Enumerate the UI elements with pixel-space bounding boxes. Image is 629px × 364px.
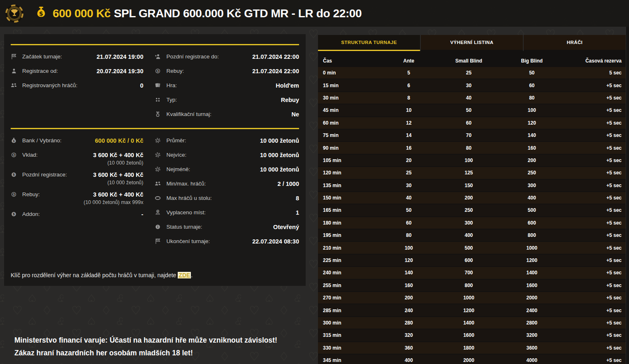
info-circle-icon: [155, 224, 163, 230]
cell-cas: 105 min: [318, 158, 380, 163]
table-row: 345 min40020004000+5 sec: [318, 355, 626, 364]
cell-sb: 1200: [438, 308, 500, 313]
info-item: Typ:Rebuy: [155, 93, 299, 107]
cell-cas: 75 min: [318, 132, 380, 138]
info-item: $Bank / Vybráno:600 000 Kč / 0 Kč: [11, 133, 143, 148]
info-value: 8: [296, 195, 299, 202]
cell-cas: 285 min: [318, 308, 380, 313]
info-value: 3 600 Kč + 400 Kč: [93, 152, 143, 158]
cell-ante: 10: [380, 107, 438, 113]
svg-text:$: $: [13, 173, 15, 176]
section-divider: [11, 44, 299, 45]
info-value: Ne: [291, 111, 299, 118]
cell-cas: 180 min: [318, 220, 380, 226]
cell-rez: +5 sec: [564, 120, 626, 126]
info-item: Pozdní registrace do:21.07.2024 22:00: [155, 49, 299, 64]
info-item: Registrovaných hráčů:0: [11, 78, 143, 93]
table-row: 45 min1050100+5 sec: [318, 104, 626, 117]
cell-bb: 60: [499, 83, 564, 88]
svg-text:$: $: [13, 139, 15, 143]
info-value: Otevřený: [273, 224, 299, 230]
svg-text:$: $: [13, 212, 15, 216]
tab-struktura-turnaje[interactable]: STRUKTURA TURNAJE: [318, 35, 420, 51]
info-item: $Rebuy:3 600 Kč + 400 Kč(10 000 žetonů) …: [11, 187, 143, 207]
info-item: Registrace od:20.07.2024 19:30: [11, 64, 143, 78]
info-item: Max hráčů u stolu:8: [155, 191, 299, 205]
cell-cas: 330 min: [318, 345, 380, 351]
info-label: Vyplaceno míst:: [166, 209, 206, 216]
cell-bb: 140: [499, 132, 564, 138]
info-sub-value: (10 000 žetonů) max 999x: [11, 200, 143, 207]
trophy-chip-logo-icon: [5, 4, 24, 23]
money-bag-icon: $: [11, 137, 19, 144]
info-sub-value: (10 000 žetonů): [11, 160, 143, 167]
coin-rotate-icon: $: [11, 191, 19, 197]
svg-text:$: $: [13, 153, 15, 157]
cell-bb: 1400: [499, 270, 564, 276]
dollar-circle-icon: $: [11, 211, 19, 217]
app-header: $ 600 000 KčSPL GRAND 600.000 Kč GTD MR …: [0, 0, 629, 27]
table-row: 225 min1206001200+5 sec: [318, 255, 626, 267]
column-header: Ante: [380, 58, 438, 64]
cell-bb: 1200: [499, 257, 564, 263]
cell-ante: 360: [380, 345, 438, 351]
column-header: Časová rezerva: [564, 58, 626, 64]
table-row: 60 min1260120+5 sec: [318, 117, 626, 130]
cell-ante: 280: [380, 320, 438, 326]
cell-cas: 15 min: [318, 83, 380, 88]
table-row: 90 min1680160+5 sec: [318, 142, 626, 154]
cell-sb: 1400: [438, 320, 500, 326]
cell-bb: 2800: [499, 320, 564, 326]
info-item: Začátek turnaje:21.07.2024 19:00: [11, 49, 143, 64]
cell-rez: +5 sec: [564, 145, 626, 151]
info-label: Kvalifikační turnaj:: [166, 111, 211, 117]
cell-bb: 1000: [499, 245, 564, 251]
tab-hraci[interactable]: HRÁČI: [524, 35, 626, 51]
cell-ante: 200: [380, 295, 438, 301]
cell-cas: 210 min: [318, 245, 380, 251]
table-row: 165 min50250500+5 sec: [318, 204, 626, 217]
info-value: Hold'em: [276, 82, 299, 89]
cell-bb: 500: [499, 207, 564, 213]
cell-ante: 120: [380, 257, 438, 263]
cell-cas: 270 min: [318, 295, 380, 301]
cell-bb: 4000: [499, 357, 564, 363]
people-icon: [155, 181, 163, 187]
payout-key-link[interactable]: ZDE: [178, 272, 191, 278]
scrollbar-track[interactable]: [626, 27, 629, 364]
payout-key-suffix: .: [191, 272, 193, 278]
cell-bb: 300: [499, 183, 564, 188]
info-sub-value: (10 000 žetonů): [11, 180, 143, 187]
cell-ante: 320: [380, 332, 438, 338]
cell-sb: 80: [438, 145, 500, 151]
cell-sb: 100: [438, 158, 500, 163]
cell-bb: 80: [499, 95, 564, 101]
cell-bb: 50: [499, 70, 564, 76]
info-value: 10 000 žetonů: [260, 137, 299, 144]
info-value: 0: [140, 82, 143, 89]
coin-rotate-icon: $: [155, 68, 163, 74]
cell-sb: 700: [438, 270, 500, 276]
table-row: 270 min20010002000+5 sec: [318, 292, 626, 304]
info-label: Nejvíce:: [166, 152, 186, 158]
info-label: Pozdní registrace:: [22, 172, 67, 178]
cell-sb: 150: [438, 183, 500, 188]
cell-ante: 5: [380, 70, 438, 76]
cell-rez: 5 sec: [564, 70, 626, 76]
warning-line-1: Ministerstvo financí varuje: Účastí na h…: [14, 334, 277, 347]
tab-vyherni-listina[interactable]: VÝHERNÍ LISTINA: [421, 35, 523, 51]
table-row: 150 min40200400+5 sec: [318, 192, 626, 204]
person-icon: [11, 68, 19, 74]
blind-table-header: ČasAnteSmall BlindBig BlindČasová rezerv…: [318, 51, 626, 67]
coin-rotate-icon: $: [11, 152, 19, 158]
table-row: 0 min525505 sec: [318, 67, 626, 79]
table-row: 210 min1005001000+5 sec: [318, 242, 626, 254]
cell-bb: 3600: [499, 345, 564, 351]
info-value: 21.07.2024 22:00: [252, 68, 299, 74]
cell-sb: 400: [438, 232, 500, 238]
info-item: $Vyplaceno míst:1: [155, 205, 299, 220]
info-section-1: Začátek turnaje:21.07.2024 19:00Registra…: [11, 49, 299, 121]
cell-ante: 6: [380, 83, 438, 88]
info-label: Status turnaje:: [166, 224, 202, 230]
info-label: Pozdní registrace do:: [166, 53, 219, 60]
